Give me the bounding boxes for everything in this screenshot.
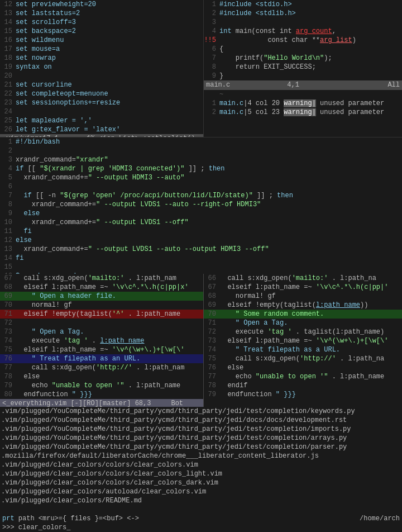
bash-line: 6 <box>0 182 402 191</box>
vim-left-line: 77 call s:xdg_open('http://' . l:path_na… <box>0 363 203 372</box>
top-section: 12set previewheight=2013set laststatus=2… <box>0 0 402 137</box>
cmdline-item: .vim/plugged/YouCompleteMe/third_party/y… <box>0 407 402 416</box>
vim-left-line: 73 " Open a Tag. <box>0 327 203 336</box>
mainc-line: 1#include <stdio.h> <box>204 0 402 9</box>
vim-left-line: 72 <box>0 319 203 327</box>
vim-right-line: 71 " Open a Tag. <box>204 319 402 327</box>
vimrc-line: 12set previewheight=20 <box>0 0 203 9</box>
bash-line: 10 xrandr_command+=" --output LVDS1 --of… <box>0 218 402 227</box>
bash-line: 11 fi <box>0 227 402 236</box>
bash-line: 4if [[ "$(xrandr | grep 'HDMI3 connected… <box>0 164 402 173</box>
vimrc-line: 18set nowrap <box>0 54 203 63</box>
vim-left-statusbar: <_everything.vim [-][RO][master] 68,3 Bo… <box>0 399 203 407</box>
quickfix-line2: 2 main.c|5 col 23 warning| unused parame… <box>204 108 402 117</box>
vim-left-pane: 67 call s:xdg_open('mailto:' . l:path_na… <box>0 274 204 407</box>
vim-right-line: 69 elseif !empty(taglist(l:path_name)) <box>204 301 402 310</box>
vim-left-line: 79 echo "unable to open '" . l:path_name <box>0 381 203 390</box>
vimrc-line: 19syntax on <box>0 63 203 72</box>
vim-left-line: 75 elseif l:path_name =~ '\v^(\w+\.)+[\w… <box>0 345 203 354</box>
vimrc-pane: 12set previewheight=2013set laststatus=2… <box>0 0 204 137</box>
vimrc-code: 12set previewheight=2013set laststatus=2… <box>0 0 203 134</box>
cmdline-item: .vim/plugged/YouCompleteMe/third_party/y… <box>0 425 402 434</box>
bash-line: 1#!/bin/bash <box>0 137 402 146</box>
vimrc-line: 22set completeopt=menuone <box>0 89 203 98</box>
bash-line: 12else <box>0 236 402 245</box>
prompt-location: /home/arch <box>360 514 400 523</box>
mainc-statusbar: main.c 4,1 All <box>204 80 402 90</box>
mainc-code: 1#include <stdio.h>2#include <stdlib.h>3… <box>204 0 402 80</box>
bash-code: 1#!/bin/bash23xrandr_command="xrandr"4if… <box>0 137 402 281</box>
vim-left-line: 74 execute 'tag ' . l:path_name <box>0 336 203 345</box>
cmdline-item: .mozilla/firefox/default/liberatorCache/… <box>0 452 402 460</box>
vim-right-line: 77 echo "unable to open '" . l:path_name <box>204 372 402 381</box>
vim-left-line: 71 elseif !empty(taglist('^' . l:path_na… <box>0 310 203 319</box>
mainc-filename: main.c <box>206 80 230 90</box>
bash-line: 5 xrandr_command+=" --output HDMI3 --aut… <box>0 173 402 182</box>
vim-right-line: 75 call s:xdg_open('http://' . l:path_na <box>204 354 402 363</box>
vim-right-line: 72 execute 'tag ' . taglist(l:path_name) <box>204 327 402 336</box>
cmdline-item: .vim/plugged/clear_colors/colors/clear_c… <box>0 469 402 478</box>
vim-left-line: 80 endfunction " }}} <box>0 390 203 399</box>
mainc-line: 6{ <box>204 45 402 54</box>
editor: 12set previewheight=2013set laststatus=2… <box>0 0 402 532</box>
vim-left-filename: <_everything.vim [-][RO][master] 68,3 Bo… <box>2 399 201 407</box>
vim-right-line: 78 endif <box>204 381 402 390</box>
vimrc-line: 23set sessionoptions+=resize <box>0 98 203 107</box>
cmdline-section: .vim/plugged/YouCompleteMe/third_party/y… <box>0 407 402 514</box>
vim-right-line: 76 else <box>204 363 402 372</box>
prompt-left: prt path <mru>={ files }=<buf> <-> <box>2 514 139 523</box>
cmdline-item: .vim/plugged/YouCompleteMe/third_party/y… <box>0 416 402 425</box>
vim-left-line: 69 " Open a header file. <box>0 292 203 301</box>
vim-left-line: 67 call s:xdg_open('mailto:' . l:path_na… <box>0 274 203 283</box>
mainc-line: !!5 const char **arg_list) <box>204 36 402 45</box>
vimrc-line: 26let g:tex_flavor = 'latex' <box>0 125 203 134</box>
vim-right-line: 68 normal! gf <box>204 292 402 301</box>
vim-right-line: 79 endfunction " }}} <box>204 390 402 399</box>
cmdline-item: .vim/plugged/YouCompleteMe/third_party/y… <box>0 443 402 452</box>
vim-left-line: 68 elseif l:path_name =~ '\v\c^.*\.h(c|p… <box>0 283 203 292</box>
vim-left-line: 76 " Treat filepath as an URL. <box>0 354 203 363</box>
vim-left-line: 78 else <box>0 372 203 381</box>
cmdline-item: .vim/plugged/clear_colors/colors/clear_c… <box>0 460 402 469</box>
bash-line: 3xrandr_command="xrandr" <box>0 155 402 164</box>
mainc-line: 8 return EXIT_SUCCESS; <box>204 63 402 72</box>
vimrc-line: 24 <box>0 107 203 116</box>
mainc-pos: 4,1 All <box>287 80 400 90</box>
vim-right-line: 66 call s:xdg_open('mailto:' . l:path_na <box>204 274 402 283</box>
vim-right-pane: 66 call s:xdg_open('mailto:' . l:path_na… <box>204 274 402 407</box>
bottom-split: 67 call s:xdg_open('mailto:' . l:path_na… <box>0 274 402 407</box>
bash-pane: 1#!/bin/bash23xrandr_command="xrandr"4if… <box>0 137 402 274</box>
bash-line: 15 <box>0 263 402 272</box>
mainc-line: 2#include <stdlib.h> <box>204 9 402 18</box>
vimrc-line: 15set backspace=2 <box>0 27 203 36</box>
vimrc-line: 13set laststatus=2 <box>0 9 203 18</box>
vimrc-line: 21set cursorline <box>0 80 203 89</box>
mainc-line: 9} <box>204 72 402 80</box>
cmd-input: >>> clear_colors_ <box>2 523 70 532</box>
vimrc-line: 17set mouse=a <box>0 45 203 54</box>
mainc-line: 7 printf("Hello World\n"); <box>204 54 402 63</box>
vim-right-line: 67 elseif l:path_name =~ '\v\c^.*\.h(c|p… <box>204 283 402 292</box>
vimrc-line: 20 <box>0 72 203 80</box>
cmdline-item: .vim/plugged/clear_colors/autoload/clear… <box>0 487 402 496</box>
bash-line: 13 xrandr_command+=" --output LVDS1 --au… <box>0 245 402 254</box>
vim-left-line: 70 normal! gf <box>0 301 203 310</box>
quickfix-tilde: ~ <box>204 90 402 99</box>
vim-left-code: 67 call s:xdg_open('mailto:' . l:path_na… <box>0 274 203 399</box>
cmdline-item: .vim/plugged/clear_colors/colors/clear_c… <box>0 478 402 487</box>
bash-line: 2 <box>0 146 402 155</box>
bash-line: 14fi <box>0 254 402 263</box>
vim-right-line: 73 elseif l:path_name =~ '\v^(\w+\.)+[\w… <box>204 336 402 345</box>
cmdline-item: .vim/plugged/clear_colors/README.md <box>0 496 402 505</box>
vim-right-code: 66 call s:xdg_open('mailto:' . l:path_na… <box>204 274 402 399</box>
cmd-input-line[interactable]: >>> clear_colors_ <box>0 523 402 532</box>
quickfix-line1: 1 main.c|4 col 20 warning| unused parame… <box>204 99 402 108</box>
vimrc-line: 25let mapleader = ',' <box>0 116 203 125</box>
mainc-line: 3 <box>204 18 402 27</box>
vimrc-line: 14set scrolloff=3 <box>0 18 203 27</box>
cmdline-item: .vim/plugged/YouCompleteMe/third_party/y… <box>0 434 402 443</box>
prompt-line: prt path <mru>={ files }=<buf> <-> /home… <box>0 514 402 523</box>
vimrc-line: 16set wildmenu <box>0 36 203 45</box>
vim-right-line: 70 " Some random comment. <box>204 310 402 319</box>
bash-line: 8 xrandr_command+=" --output LVDS1 --aut… <box>0 200 402 209</box>
